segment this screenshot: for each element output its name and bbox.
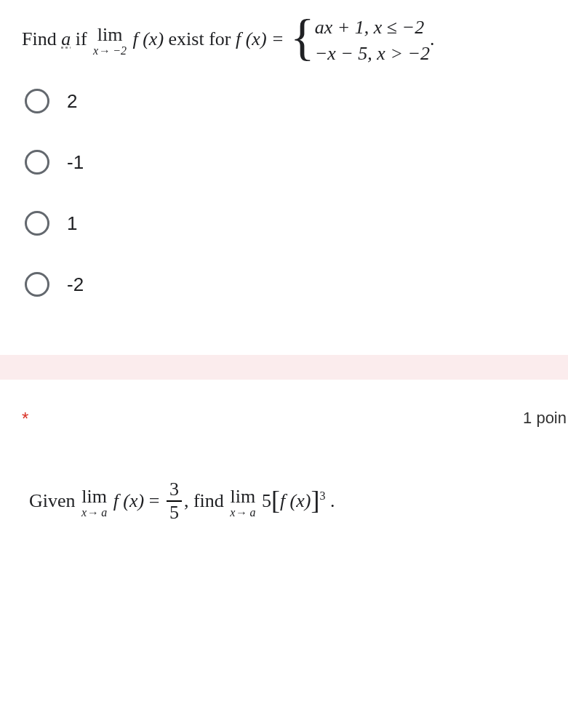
brace-icon: {: [290, 12, 315, 63]
radio-icon[interactable]: [25, 89, 49, 113]
case-1: ax + 1, x ≤ −2: [315, 17, 424, 38]
q1-prefix: Find: [22, 28, 61, 49]
q2-period: .: [325, 490, 335, 511]
q1-exist: exist for: [164, 28, 236, 49]
q2-five: 5: [262, 490, 271, 511]
fraction-3-5: 35: [167, 479, 182, 523]
frac-den: 5: [167, 503, 182, 523]
options-list: 2 -1 1 -2: [25, 89, 546, 297]
option-3-label: 1: [67, 212, 77, 235]
limit-expr-2b: limx→ a: [230, 487, 255, 519]
question-2-text: Given limx→ a f (x) = 35, find limx→ a 5…: [0, 429, 568, 524]
q1-a: a: [61, 28, 71, 49]
question-1: Find a if limx→ −2 f (x) exist for f (x)…: [0, 0, 568, 348]
lim-sub: x→ a: [230, 507, 255, 519]
lim-label: lim: [93, 25, 127, 45]
highlight-bar: [0, 355, 568, 380]
lim-sub: x→ a: [81, 507, 107, 519]
q1-fx1: f (x): [132, 28, 164, 49]
option-4-label: -2: [67, 273, 84, 296]
q2-fx1: f (x): [113, 490, 145, 511]
points-label: 1 poin: [523, 409, 568, 428]
question-1-text: Find a if limx→ −2 f (x) exist for f (x)…: [22, 15, 546, 67]
right-bracket-icon: ]: [311, 486, 319, 515]
q2-eq: =: [144, 490, 164, 511]
left-bracket-icon: [: [271, 486, 280, 515]
radio-icon[interactable]: [25, 211, 49, 236]
radio-icon[interactable]: [25, 272, 49, 297]
question-2-header: * 1 poin: [0, 380, 568, 429]
radio-icon[interactable]: [25, 150, 49, 175]
limit-expr-1: limx→ −2: [93, 25, 127, 57]
option-4[interactable]: -2: [25, 272, 546, 297]
lim-label: lim: [81, 487, 107, 507]
piecewise-cases: ax + 1, x ≤ −2−x − 5, x > −2: [315, 15, 430, 67]
lim-sub: x→ −2: [93, 45, 127, 57]
option-2[interactable]: -1: [25, 150, 546, 175]
q2-given: Given: [29, 490, 80, 511]
q1-eq: f (x) =: [236, 28, 289, 49]
limit-expr-2a: limx→ a: [81, 487, 107, 519]
case-2: −x − 5, x > −2: [315, 43, 430, 64]
q1-period: .: [430, 28, 435, 49]
lim-label: lim: [230, 487, 255, 507]
frac-num: 3: [167, 479, 182, 500]
option-1[interactable]: 2: [25, 89, 546, 113]
required-asterisk: *: [22, 409, 28, 429]
q2-fx2: f (x): [280, 490, 311, 511]
option-3[interactable]: 1: [25, 211, 546, 236]
option-2-label: -1: [67, 151, 84, 174]
q2-comma: , find: [184, 490, 228, 511]
q1-mid1: if: [71, 28, 92, 49]
option-1-label: 2: [67, 90, 77, 113]
